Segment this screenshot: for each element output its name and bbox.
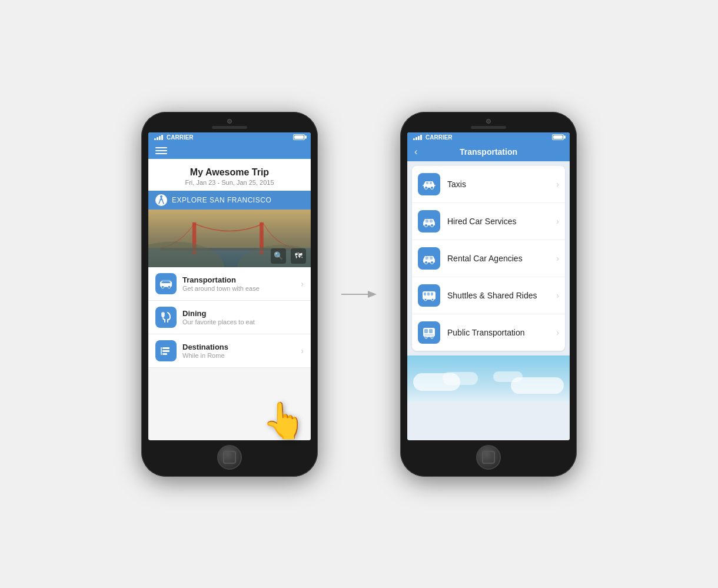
explore-banner[interactable]: EXPLORE SAN FRANCISCO (148, 191, 311, 267)
signal-bar-4 (161, 135, 163, 140)
signal-bar-1 (154, 138, 156, 140)
status-right-2 (552, 134, 564, 140)
dining-text: Dining Our favorite places to eat (182, 309, 301, 325)
status-bar-2: CARRIER (407, 132, 570, 142)
svg-rect-15 (162, 353, 167, 355)
rental-chevron: › (556, 254, 559, 263)
svg-point-26 (425, 224, 428, 227)
back-button[interactable]: ‹ (414, 147, 417, 157)
search-overlay-icon[interactable]: 🔍 (271, 248, 286, 264)
hamburger-line-3 (155, 153, 167, 154)
svg-rect-24 (423, 185, 424, 186)
transport-item-public[interactable]: Public Transportation › (412, 314, 565, 351)
battery-icon-2 (552, 134, 564, 140)
svg-marker-18 (368, 291, 377, 298)
speaker-grill-2 (471, 126, 506, 129)
menu-item-transportation[interactable]: Transportation Get around town with ease… (148, 267, 311, 301)
home-button-2[interactable] (476, 445, 501, 470)
status-left-2: CARRIER (413, 134, 453, 141)
navigation-arrow (341, 288, 377, 300)
dining-title: Dining (182, 309, 301, 318)
public-transport-chevron: › (556, 328, 559, 337)
dining-chevron: › (301, 313, 304, 322)
trip-dates: Fri, Jan 23 - Sun, Jan 25, 2015 (155, 179, 304, 186)
signal-bar-2-4 (420, 135, 422, 140)
camera-dot (227, 119, 232, 124)
explore-city: SAN FRANCISCO (210, 196, 271, 204)
cloud-background (407, 356, 570, 403)
explore-bold: EXPLORE (172, 196, 210, 204)
svg-point-31 (431, 261, 434, 264)
hamburger-button[interactable] (155, 147, 167, 154)
scene: CARRIER My Awesome Trip Fri (141, 112, 577, 477)
signal-bar-2 (157, 137, 158, 140)
status-right (293, 134, 305, 140)
svg-point-10 (161, 285, 164, 288)
destinations-chevron: › (301, 346, 304, 356)
carrier-label: CARRIER (167, 134, 194, 141)
hired-car-chevron: › (556, 217, 559, 226)
menu-list: Transportation Get around town with ease… (148, 267, 311, 440)
svg-point-41 (431, 298, 434, 301)
phone-2-top (407, 119, 570, 129)
battery-fill-2 (553, 135, 563, 139)
signal-bar-2-1 (413, 138, 415, 140)
svg-point-27 (431, 224, 434, 227)
dining-subtitle: Our favorite places to eat (182, 318, 301, 325)
transport-item-shuttles[interactable]: Shuttles & Shared Rides › (412, 277, 565, 314)
transport-item-taxis[interactable]: Taxis › (412, 166, 565, 203)
cloud-2 (443, 372, 478, 385)
signal-bar-2-2 (415, 137, 417, 140)
public-transport-label: Public Transportation (447, 328, 556, 337)
transportation-title: Transportation (182, 275, 301, 284)
menu-item-destinations[interactable]: Destinations While in Rome › (148, 334, 311, 368)
shuttles-label: Shuttles & Shared Rides (447, 291, 556, 300)
svg-point-30 (425, 261, 428, 264)
battery-fill (294, 135, 304, 139)
rental-icon (418, 247, 440, 270)
svg-point-40 (424, 298, 427, 301)
bridge-image: 🔍 🗺 (148, 210, 311, 267)
map-overlay-icon[interactable]: 🗺 (291, 248, 306, 264)
signal-bars (154, 134, 163, 140)
camera-dot-2 (486, 119, 491, 124)
speaker-grill (212, 126, 247, 129)
phone-2-bottom (407, 445, 570, 470)
svg-rect-25 (434, 185, 436, 186)
home-button-1[interactable] (217, 445, 242, 470)
destinations-text: Destinations While in Rome (182, 343, 301, 359)
explore-walk-icon (155, 194, 167, 206)
taxis-icon (418, 173, 440, 195)
svg-rect-44 (429, 329, 433, 333)
destinations-title: Destinations (182, 343, 301, 351)
trip-header: My Awesome Trip Fri, Jan 23 - Sun, Jan 2… (148, 159, 311, 191)
transport-item-hired-car[interactable]: Hired Car Services › (412, 203, 565, 240)
svg-rect-43 (424, 329, 428, 333)
hamburger-line-2 (155, 150, 167, 151)
explore-label: EXPLORE SAN FRANCISCO (172, 196, 271, 204)
phone-2: CARRIER ‹ Transportation (400, 112, 577, 477)
shuttles-icon (418, 284, 440, 307)
transport-list: Taxis › (407, 161, 570, 440)
svg-rect-28 (426, 220, 428, 222)
svg-point-20 (425, 186, 428, 189)
overlay-icons: 🔍 🗺 (271, 248, 306, 264)
nav-bar-1 (148, 142, 311, 159)
svg-rect-39 (431, 293, 433, 295)
rental-label: Rental Car Agencies (447, 254, 556, 263)
cloud-4 (493, 371, 523, 382)
trip-title: My Awesome Trip (155, 167, 304, 178)
hired-car-label: Hired Car Services (447, 217, 556, 226)
svg-rect-13 (162, 347, 169, 349)
explore-bar: EXPLORE SAN FRANCISCO (148, 191, 311, 210)
phone-1-screen: CARRIER My Awesome Trip Fri (148, 132, 311, 440)
menu-item-dining[interactable]: Dining Our favorite places to eat › (148, 301, 311, 334)
transport-item-rental[interactable]: Rental Car Agencies › (412, 240, 565, 277)
transportation-text: Transportation Get around town with ease (182, 275, 301, 292)
status-left: CARRIER (154, 134, 194, 141)
svg-point-11 (168, 285, 171, 288)
signal-bars-2 (413, 134, 422, 140)
svg-rect-22 (426, 182, 428, 184)
phone-1-top (148, 119, 311, 129)
carrier-label-2: CARRIER (426, 134, 453, 141)
